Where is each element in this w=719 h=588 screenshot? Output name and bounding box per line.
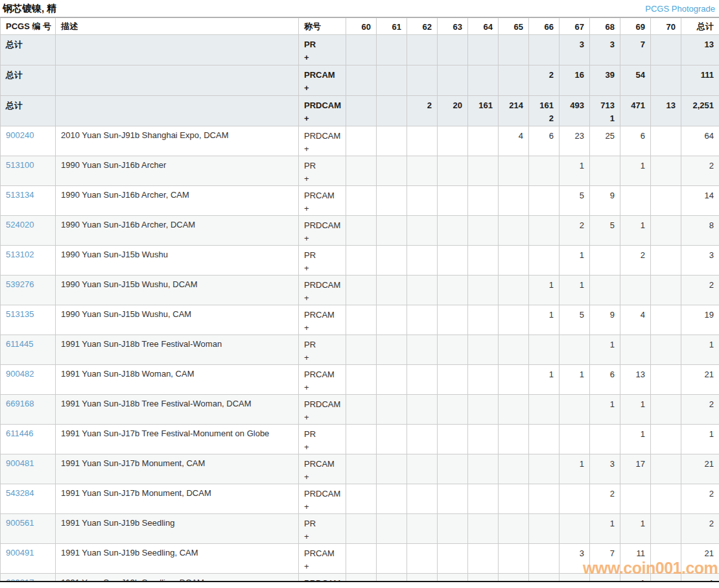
grade-64-cell <box>468 186 499 216</box>
grade-70-cell <box>651 156 681 186</box>
table-row: 5240201990 Yuan Sun-J16b Archer, DCAMPRD… <box>1 216 719 246</box>
pcgs-id-link[interactable]: 513100 <box>6 160 34 170</box>
pcgs-id-link[interactable]: 513134 <box>6 190 34 200</box>
grade-68-cell: 39 <box>590 65 620 96</box>
pcgs-id-cell: 总计 <box>1 96 56 126</box>
table-body: 总计PR+33713总计PRCAM+2163954111总计PRDCAM+220… <box>1 35 719 583</box>
grade-67-cell: 5 <box>560 186 590 216</box>
pcgs-id-link[interactable]: 900240 <box>6 130 34 140</box>
description-cell <box>56 35 299 65</box>
grade-69-cell: 7 <box>620 35 651 65</box>
grade-61-cell <box>377 216 407 246</box>
grade-61-cell <box>377 156 407 186</box>
grade-67-cell <box>560 335 590 365</box>
pcgs-id-link[interactable]: 611445 <box>6 339 33 349</box>
column-header: 70 <box>651 18 681 35</box>
grade-69-cell: 1 <box>620 574 651 583</box>
table-row: 6114461991 Yuan Sun-J17b Tree Festival-M… <box>1 425 719 454</box>
grade-68-cell: 7131 <box>590 96 620 126</box>
grade-61-cell <box>377 395 407 425</box>
table-row: 5131341990 Yuan Sun-J16b Archer, CAMPRCA… <box>1 186 719 216</box>
grade-69-cell: 13 <box>620 365 651 395</box>
total-cell: 2 <box>681 276 719 305</box>
table-row: 9004911991 Yuan Sun-J19b Seedling, CAMPR… <box>1 544 719 574</box>
grade-62-cell <box>407 484 438 514</box>
totals-row: 总计PRCAM+2163954111 <box>1 65 719 96</box>
description-cell: 1991 Yuan Sun-J19b Seedling, CAM <box>56 544 299 574</box>
grade-69-cell: 1 <box>620 514 651 544</box>
grade-64-cell <box>468 425 499 454</box>
grade-60-cell <box>346 335 377 365</box>
grade-70-cell <box>651 186 681 216</box>
grade-66-cell: 6 <box>529 126 560 156</box>
designation-cell: PR+ <box>299 156 346 186</box>
grade-64-cell <box>468 156 499 186</box>
grade-67-cell: 1 <box>560 454 590 484</box>
designation-cell: PR+ <box>299 425 346 454</box>
grade-63-cell <box>438 395 468 425</box>
grade-60-cell <box>346 65 377 96</box>
pcgs-id-link[interactable]: 669168 <box>6 399 34 408</box>
grade-66-cell <box>529 484 560 514</box>
grade-70-cell <box>651 395 681 425</box>
pcgs-photograde-link[interactable]: PCGS Photograde <box>645 3 715 14</box>
header-row: PCGS 编 号描述称号6061626364656667686970总计 <box>1 18 719 35</box>
grade-61-cell <box>377 186 407 216</box>
grade-61-cell <box>377 574 407 583</box>
description-cell: 1990 Yuan Sun-J15b Wushu, CAM <box>56 305 299 335</box>
pcgs-id-link[interactable]: 900561 <box>6 518 34 528</box>
pcgs-id-link[interactable]: 900482 <box>6 369 34 379</box>
total-cell: 14 <box>681 186 719 216</box>
grade-68-cell: 3 <box>590 35 620 65</box>
grade-69-cell: 1 <box>620 395 651 425</box>
pcgs-id-cell: 524020 <box>1 216 56 246</box>
grade-61-cell <box>377 425 407 454</box>
grade-61-cell <box>377 276 407 305</box>
grade-62-cell <box>407 156 438 186</box>
pcgs-id-cell: 539276 <box>1 276 56 305</box>
designation-cell: PRDCAM+ <box>299 484 346 514</box>
description-cell: 1991 Yuan Sun-J17b Monument, DCAM <box>56 484 299 514</box>
grade-66-cell <box>529 544 560 574</box>
grade-65-cell <box>499 156 529 186</box>
pcgs-id-link[interactable]: 900491 <box>6 548 34 558</box>
total-cell: 13 <box>681 35 719 65</box>
description-cell: 1991 Yuan Sun-J19b Seedling <box>56 514 299 544</box>
pcgs-id-link[interactable]: 539276 <box>6 279 34 289</box>
grade-65-cell <box>499 484 529 514</box>
table-row: 6691681991 Yuan Sun-J18b Tree Festival-W… <box>1 395 719 425</box>
population-table: PCGS 编 号描述称号6061626364656667686970总计 总计P… <box>0 18 719 582</box>
grade-65-cell: 4 <box>499 126 529 156</box>
grade-65-cell <box>499 276 529 305</box>
total-cell: 2 <box>681 395 719 425</box>
column-header: 62 <box>407 18 438 35</box>
pcgs-id-link[interactable]: 689317 <box>6 578 34 582</box>
total-cell: 2 <box>681 484 719 514</box>
pcgs-id-link[interactable]: 900481 <box>6 458 34 468</box>
grade-61-cell <box>377 335 407 365</box>
grade-70-cell <box>651 35 681 65</box>
grade-63-cell <box>438 454 468 484</box>
grade-60-cell <box>346 96 377 126</box>
grade-65-cell <box>499 305 529 335</box>
grade-64-cell <box>468 276 499 305</box>
grade-70-cell <box>651 484 681 514</box>
description-cell: 1991 Yuan Sun-J18b Tree Festival-Woman <box>56 335 299 365</box>
grade-66-cell: 1612 <box>529 96 560 126</box>
grade-65-cell <box>499 335 529 365</box>
pcgs-id-link[interactable]: 524020 <box>6 220 34 229</box>
pcgs-id-link[interactable]: 611446 <box>6 429 33 438</box>
pcgs-id-link[interactable]: 513102 <box>6 250 34 259</box>
grade-69-cell: 11 <box>620 544 651 574</box>
grade-69-cell: 17 <box>620 454 651 484</box>
pcgs-id-cell: 611445 <box>1 335 56 365</box>
grade-67-cell <box>560 574 590 583</box>
grade-63-cell <box>438 216 468 246</box>
grade-64-cell <box>468 246 499 276</box>
grade-64-cell <box>468 216 499 246</box>
table-row: 5131351990 Yuan Sun-J15b Wushu, CAMPRCAM… <box>1 305 719 335</box>
pcgs-id-link[interactable]: 543284 <box>6 488 34 498</box>
pcgs-id-link[interactable]: 513135 <box>6 309 34 319</box>
grade-69-cell: 1 <box>620 425 651 454</box>
column-header: 66 <box>529 18 560 35</box>
